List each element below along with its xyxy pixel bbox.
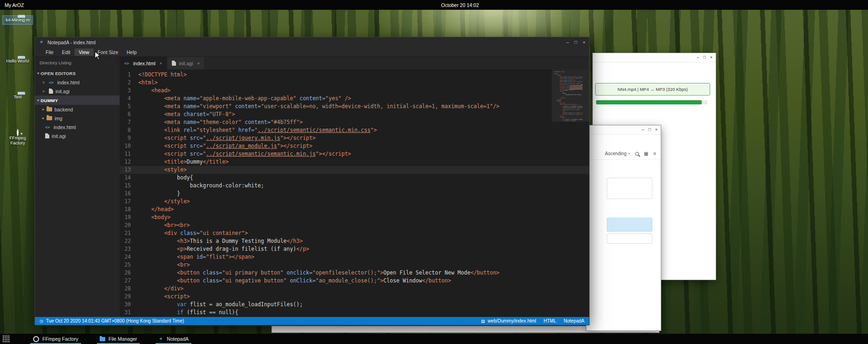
code-line[interactable]: 27 <button class="ui negative button" on… (120, 277, 589, 285)
grid-view-icon[interactable]: ▦ (644, 151, 648, 156)
list-view-icon[interactable]: ≡ (653, 151, 656, 156)
line-number: 22 (120, 237, 138, 245)
code-line[interactable]: 12 <title>Dummy</title> (120, 158, 589, 166)
minimap[interactable]: <!DOCTYPE html><html> <head> <meta name=… (554, 71, 583, 122)
close-tab-icon[interactable]: × (160, 61, 162, 66)
code-line[interactable]: 13 <style> (120, 166, 589, 174)
sidebar-item-backend[interactable]: ▸backend (35, 105, 120, 114)
code-line[interactable]: 14 body{ (120, 174, 589, 182)
code-line[interactable]: 1<!DOCTYPE html> (120, 71, 589, 79)
notepada-titlebar[interactable]: NotepadA - index.html – □ × (35, 37, 589, 48)
status-language[interactable]: HTML (543, 318, 556, 323)
file-manager-window[interactable]: – □ × Ascending ▾ ▦ ≡ (586, 125, 661, 331)
line-number: 11 (120, 150, 138, 158)
code-line[interactable]: 10 <script src="../script/ao_module.js">… (120, 142, 589, 150)
taskbar-item-ffmpeg-factory[interactable]: FFmpeg Factory (28, 334, 83, 344)
taskbar-item-file-manager[interactable]: File Manager (95, 334, 142, 344)
taskbar-item-notepada[interactable]: NotepadA (154, 334, 193, 344)
minimize-button[interactable]: – (642, 128, 644, 132)
line-number: 29 (120, 293, 138, 301)
code-line[interactable]: 2<html> (120, 79, 589, 87)
menu-edit[interactable]: Edit (58, 48, 75, 56)
taskbar: FFmpeg FactoryFile ManagerNotepadA (0, 334, 868, 344)
code-line[interactable]: 6 <meta charset="UTF-8"> (120, 110, 589, 118)
code-line[interactable]: 18 </head> (120, 206, 589, 213)
close-file-icon[interactable]: × (42, 89, 47, 94)
code-line[interactable]: 15 background-color:white; (120, 182, 589, 190)
file-manager-titlebar[interactable]: – □ × (586, 125, 661, 135)
maximize-button[interactable]: □ (703, 55, 705, 60)
code-line[interactable]: 23 <p>Received drag-in filelist (if any)… (120, 245, 589, 253)
menu-help[interactable]: Help (122, 48, 141, 56)
code-editor[interactable]: 1<!DOCTYPE html>2<html>3 <head>4 <meta n… (120, 69, 589, 317)
code-line[interactable]: 8 <link rel="stylesheet" href="../script… (120, 126, 589, 134)
menu-file[interactable]: File (41, 48, 58, 56)
code-line[interactable]: 26 <button class="ui primary button" onc… (120, 269, 589, 277)
code-line[interactable]: 17 </style> (120, 198, 589, 206)
desktop-icon-test[interactable]: Test (3, 93, 33, 101)
close-button[interactable]: × (710, 55, 712, 60)
code-line[interactable]: 4 <meta name="apple-mobile-web-app-capab… (120, 95, 589, 103)
line-number: 12 (120, 158, 138, 166)
section-header-dummy[interactable]: ▾DUMMY (35, 96, 120, 105)
desktop-icon-k4-mining-m[interactable]: k4-Mining m (3, 16, 33, 24)
desktop-icon-hello-world[interactable]: Hello World (3, 57, 33, 65)
maximize-button[interactable]: □ (648, 128, 651, 132)
code-line[interactable]: 25 <br> (120, 261, 589, 269)
converter-titlebar[interactable]: – □ × (593, 53, 716, 62)
code-text: <link rel="stylesheet" href="../script/s… (138, 126, 377, 134)
menu-view[interactable]: View (75, 48, 94, 56)
file-item[interactable] (607, 234, 652, 244)
sort-dropdown[interactable]: Ascending ▾ (605, 151, 630, 156)
code-line[interactable]: 21 <div class="ui container"> (120, 229, 589, 237)
chevron-right-icon: ▸ (42, 116, 44, 120)
hostname-label[interactable]: My ArOZ (5, 2, 24, 8)
code-line[interactable]: 24 <span id="flist"></span> (120, 253, 589, 261)
code-text: <style> (138, 166, 187, 174)
sidebar-item-index-html[interactable]: <>index.html (35, 123, 120, 131)
minimize-button[interactable]: – (697, 55, 699, 60)
close-button[interactable]: × (583, 40, 585, 45)
code-line[interactable]: 30 var flist = ao_module_loadInputFiles(… (120, 301, 589, 309)
code-line[interactable]: 19 <body> (120, 213, 589, 221)
start-menu-button[interactable] (2, 335, 10, 343)
sidebar-item-init-agi[interactable]: init.agi (35, 131, 120, 140)
code-line[interactable]: 16 } (120, 190, 589, 198)
code-line[interactable]: 11 <script src="../script/semantic/seman… (120, 150, 589, 158)
tab-label: init.agi (179, 61, 193, 66)
code-line[interactable]: 20 <br><br> (120, 221, 589, 229)
code-line[interactable]: 31 if (flist == null){ (120, 309, 589, 316)
close-button[interactable]: × (655, 128, 658, 132)
code-text: <body> (138, 213, 170, 221)
file-item[interactable] (607, 178, 652, 199)
code-line[interactable]: 9 <script src="../script/jquery.min.js">… (120, 134, 589, 142)
code-line[interactable]: 3 <head> (120, 87, 589, 95)
desktop-icon-ffmpeg-factory[interactable]: FFmpeg Factory (3, 129, 33, 147)
desktop-icon-label: FFmpeg Factory (3, 135, 33, 145)
minimize-button[interactable]: – (566, 40, 569, 45)
html-file-icon: <> (45, 125, 51, 130)
status-filepath[interactable]: web/Dummy/index.html (488, 318, 536, 323)
sidebar-item-init-agi[interactable]: ×init.agi (35, 87, 120, 96)
sidebar-item-index-html[interactable]: ×<>index.html (35, 78, 120, 87)
taskbar-items: FFmpeg FactoryFile ManagerNotepadA (28, 334, 205, 344)
maximize-button[interactable]: □ (575, 40, 577, 45)
tab-init-agi[interactable]: init.agi× (167, 57, 205, 69)
code-line[interactable]: 29 <script> (120, 293, 589, 301)
code-line[interactable]: 5 <meta name="viewport" content="user-sc… (120, 103, 589, 110)
code-line[interactable]: 28 </div> (120, 285, 589, 293)
tab-index-html[interactable]: <>index.html× (120, 57, 167, 69)
section-label: OPEN EDITORS (41, 71, 75, 76)
section-header-open-editors[interactable]: ▾OPEN EDITORS (35, 69, 120, 78)
line-number: 13 (120, 166, 138, 174)
close-tab-icon[interactable]: × (197, 61, 199, 66)
search-icon[interactable] (635, 152, 639, 156)
close-file-icon[interactable]: × (42, 80, 47, 85)
conversion-task-box: NN4.mp4 | MP4 → MP3 (320 Kbps) (595, 83, 710, 96)
sidebar-item-img[interactable]: ▸img (35, 114, 120, 123)
code-text: </div> (138, 285, 183, 293)
file-item-selected[interactable] (607, 218, 652, 232)
code-line[interactable]: 7 <meta name="theme-color" content="#4b7… (120, 118, 589, 126)
code-line[interactable]: 22 <h3>This is a Dummy Testing Module</h… (120, 237, 589, 245)
code-text: <!DOCTYPE html> (138, 71, 187, 79)
